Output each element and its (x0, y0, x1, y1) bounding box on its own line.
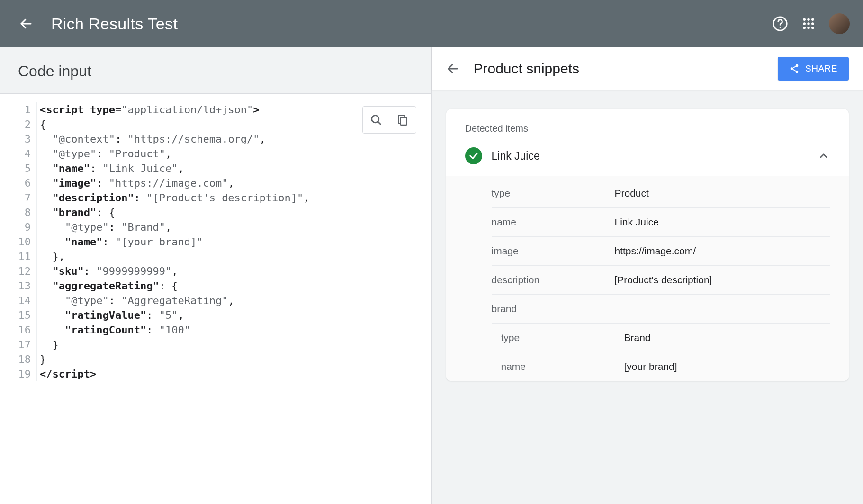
code-line[interactable]: } (40, 352, 310, 367)
code-line[interactable]: } (40, 337, 310, 352)
line-number: 4 (0, 146, 31, 161)
line-number: 17 (0, 337, 31, 352)
copy-code-button[interactable] (389, 107, 416, 133)
property-key: image (492, 245, 615, 257)
property-value: Product (615, 188, 830, 199)
line-number: 16 (0, 323, 31, 337)
code-lines[interactable]: <script type="application/ld+json">{ "@c… (37, 102, 310, 381)
svg-point-8 (811, 22, 814, 25)
svg-point-6 (803, 22, 806, 25)
code-input-title: Code input (0, 47, 432, 93)
line-number: 14 (0, 293, 31, 308)
line-number: 1 (0, 102, 31, 117)
line-number: 15 (0, 308, 31, 323)
svg-point-11 (811, 27, 814, 29)
code-toolbar (362, 106, 416, 134)
line-number: 11 (0, 249, 31, 264)
line-number: 9 (0, 220, 31, 234)
avatar[interactable] (829, 13, 850, 34)
line-number: 6 (0, 176, 31, 190)
brand-group-label: brand (492, 295, 830, 324)
code-line[interactable]: "description": "[Product's description]"… (40, 190, 310, 205)
code-line[interactable]: "@context": "https://schema.org/", (40, 132, 310, 146)
code-line[interactable]: "brand": { (40, 205, 310, 220)
code-line[interactable]: "ratingCount": "100" (40, 323, 310, 337)
svg-point-16 (796, 64, 799, 67)
back-button[interactable] (19, 17, 33, 31)
property-row: typeProduct (492, 179, 830, 208)
svg-line-13 (378, 122, 380, 125)
apps-button[interactable] (801, 17, 816, 31)
line-number: 19 (0, 367, 31, 381)
collapse-button[interactable] (818, 150, 830, 162)
property-key: description (492, 274, 615, 286)
property-row: typeBrand (501, 324, 830, 352)
svg-point-2 (780, 27, 781, 28)
help-icon (772, 16, 788, 32)
code-line[interactable]: { (40, 117, 310, 132)
apps-grid-icon (801, 17, 816, 31)
detected-items-label: Detected items (446, 109, 849, 143)
line-number: 12 (0, 264, 31, 279)
property-key: type (492, 188, 615, 199)
valid-check-icon (465, 147, 482, 164)
line-number: 3 (0, 132, 31, 146)
code-editor[interactable]: 12345678910111213141516171819 <script ty… (0, 93, 432, 504)
detected-item-name: Link Juice (492, 150, 818, 162)
svg-point-4 (807, 18, 810, 21)
line-number: 10 (0, 234, 31, 249)
svg-point-17 (791, 67, 793, 70)
property-list: typeProductnameLink Juiceimagehttps://im… (446, 176, 849, 381)
line-number: 2 (0, 117, 31, 132)
svg-point-18 (796, 71, 799, 73)
code-line[interactable]: "name": "[your brand]" (40, 234, 310, 249)
code-line[interactable]: </script> (40, 367, 310, 381)
results-body: Detected items Link Juice typeProductnam… (432, 90, 863, 504)
code-line[interactable]: "image": "https://image.com", (40, 176, 310, 190)
code-line[interactable]: <script type="application/ld+json"> (40, 102, 310, 117)
header-actions (772, 13, 850, 34)
line-gutter: 12345678910111213141516171819 (0, 102, 37, 381)
results-header: Product snippets SHARE (432, 47, 863, 90)
code-line[interactable]: "aggregateRating": { (40, 279, 310, 293)
results-title: Product snippets (474, 61, 778, 77)
property-key: name (501, 361, 624, 372)
code-line[interactable]: "@type": "AggregateRating", (40, 293, 310, 308)
svg-rect-14 (400, 118, 406, 125)
code-content: 12345678910111213141516171819 <script ty… (0, 94, 432, 381)
app-title: Rich Results Test (51, 15, 772, 33)
svg-point-5 (811, 18, 814, 21)
code-line[interactable]: "ratingValue": "5", (40, 308, 310, 323)
main-content: Code input 12345678910111213141516171819… (0, 47, 863, 504)
svg-point-7 (807, 22, 810, 25)
svg-point-10 (807, 27, 810, 29)
search-code-button[interactable] (363, 107, 389, 133)
property-value: [Product's description] (615, 274, 830, 286)
line-number: 7 (0, 190, 31, 205)
line-number: 5 (0, 161, 31, 176)
detected-item-row[interactable]: Link Juice (446, 143, 849, 176)
property-row: imagehttps://image.com/ (492, 237, 830, 266)
property-value: Link Juice (615, 216, 830, 228)
property-value: https://image.com/ (615, 245, 830, 257)
property-value: [your brand] (624, 361, 830, 372)
help-button[interactable] (772, 16, 788, 32)
code-line[interactable]: "@type": "Product", (40, 146, 310, 161)
chevron-up-icon (818, 150, 830, 162)
line-number: 8 (0, 205, 31, 220)
search-icon (369, 113, 383, 126)
share-label: SHARE (805, 63, 837, 74)
detected-items-card: Detected items Link Juice typeProductnam… (446, 109, 849, 381)
code-line[interactable]: }, (40, 249, 310, 264)
app-header: Rich Results Test (0, 0, 863, 47)
code-line[interactable]: "name": "Link Juice", (40, 161, 310, 176)
results-back-button[interactable] (446, 62, 459, 75)
svg-point-9 (803, 27, 806, 29)
results-pane: Product snippets SHARE Detected items Li… (432, 47, 863, 504)
share-button[interactable]: SHARE (778, 57, 849, 81)
code-line[interactable]: "sku": "9999999999", (40, 264, 310, 279)
code-line[interactable]: "@type": "Brand", (40, 220, 310, 234)
svg-point-3 (803, 18, 806, 21)
code-input-pane: Code input 12345678910111213141516171819… (0, 47, 432, 504)
line-number: 18 (0, 352, 31, 367)
